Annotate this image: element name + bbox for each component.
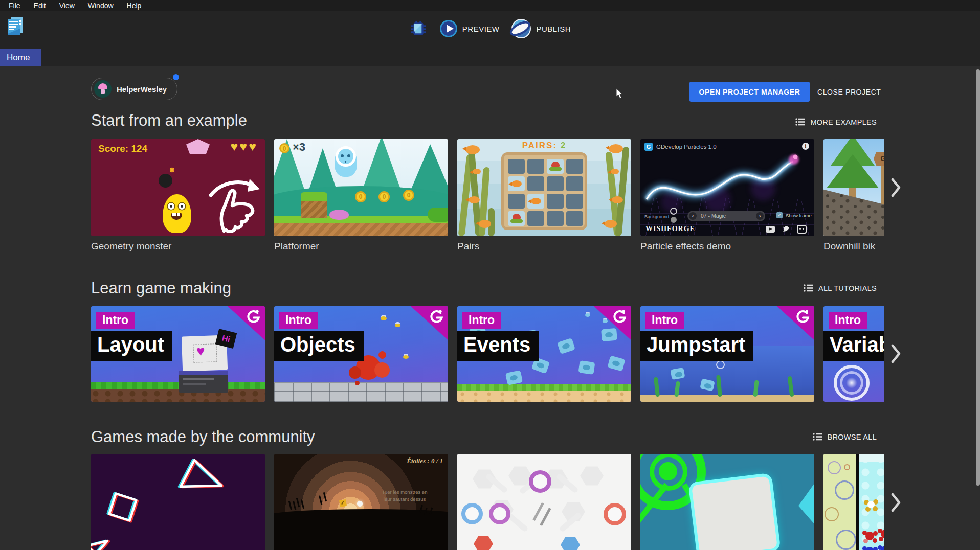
info-icon: i <box>802 143 809 150</box>
list-icon <box>804 284 814 292</box>
pairs-thumbnail: PAIRS: 2 <box>457 139 631 236</box>
community-row: Étoiles : 0 / 1 Tuer les monstres en leu… <box>91 454 884 550</box>
jumpstart-thumbnail: Intro Jumpstart <box>640 306 814 402</box>
slash-mark <box>540 508 551 526</box>
browse-all-button[interactable]: BROWSE ALL <box>813 432 877 441</box>
toolbar-actions: PREVIEW PUBLISH <box>0 15 980 42</box>
card-back <box>527 211 544 226</box>
fish <box>609 144 623 153</box>
platformer-thumbnail: 0 0 0 0 ×3 <box>274 139 448 236</box>
community-next-arrow[interactable] <box>891 493 901 512</box>
trail-sign: G <box>874 152 884 166</box>
card-back <box>547 176 564 191</box>
card-back <box>547 194 564 209</box>
fish <box>465 145 480 154</box>
coin: 0 <box>378 191 390 202</box>
all-tutorials-button[interactable]: ALL TUTORIALS <box>804 284 877 292</box>
intro-tag: Intro <box>279 312 318 329</box>
user-chip[interactable]: HelperWesley <box>91 78 177 100</box>
example-caption: Downhill bik <box>823 241 884 252</box>
blue-hex <box>561 536 580 550</box>
section-title-tutorials: Learn game making <box>91 279 231 297</box>
community-card-neon-shapes[interactable] <box>91 454 265 550</box>
menu-edit[interactable]: Edit <box>27 1 53 11</box>
example-card-geometry-monster[interactable]: Score: 124 ♥♥♥ ✸ <box>91 139 265 252</box>
tutorial-card-events[interactable]: Intro Events <box>457 306 631 402</box>
vertical-scrollbar[interactable] <box>976 69 980 486</box>
pairs-board <box>501 152 587 230</box>
bee <box>381 316 387 320</box>
example-card-particle-effects[interactable]: G GDevelop Particles 1.0 i Background ‹ … <box>640 139 814 252</box>
more-examples-button[interactable]: MORE EXAMPLES <box>795 118 877 126</box>
debugger-icon[interactable] <box>409 19 428 38</box>
card-back <box>508 194 525 209</box>
tutorial-card-variables[interactable]: +1 Intro Variab <box>823 306 884 402</box>
section-title-examples: Start from an example <box>91 111 247 130</box>
example-card-platformer[interactable]: 0 0 0 0 ×3 Platformer <box>274 139 448 252</box>
discord-icon <box>797 225 807 234</box>
splat <box>378 351 386 359</box>
close-project-button[interactable]: CLOSE PROJECT <box>817 82 881 102</box>
community-card-sunset[interactable]: Étoiles : 0 / 1 Tuer les monstres en leu… <box>274 454 448 550</box>
blue-ring <box>461 503 483 524</box>
open-project-manager-button[interactable]: OPEN PROJECT MANAGER <box>689 82 810 102</box>
tab-home[interactable]: Home <box>0 49 41 66</box>
notification-dot <box>173 74 179 80</box>
particle-title: GDevelop Particles 1.0 <box>656 144 717 150</box>
menu-help[interactable]: Help <box>120 1 148 11</box>
tutorials-next-arrow[interactable] <box>891 344 901 363</box>
community-card-molecules[interactable] <box>823 454 884 550</box>
fly <box>603 319 608 323</box>
fish <box>611 169 619 174</box>
card-snail <box>508 211 525 226</box>
coin-counter-icon: 0 <box>279 143 289 153</box>
more-examples-label: MORE EXAMPLES <box>810 118 877 126</box>
teal-rings-thumbnail <box>640 454 814 550</box>
community-card-teal-rings[interactable] <box>640 454 814 550</box>
fish-object <box>505 370 523 385</box>
tutorial-card-jumpstart[interactable]: Intro Jumpstart <box>640 306 814 402</box>
publish-button[interactable]: PUBLISH <box>511 19 571 38</box>
fish <box>605 220 617 228</box>
bomb-spark: ✸ <box>169 166 176 173</box>
wishforge-logo: WISHFORGE <box>645 225 695 233</box>
tutorial-word: Jumpstart <box>640 331 753 361</box>
sunset-thumbnail: Étoiles : 0 / 1 Tuer les monstres en leu… <box>274 454 448 550</box>
menu-window[interactable]: Window <box>81 1 120 11</box>
tutorial-card-layout[interactable]: ♥ Hi Intro Layout <box>91 306 265 402</box>
effect-selector: ‹ › 07 - Magic <box>687 211 765 221</box>
card-back <box>527 176 544 191</box>
tutorial-word: Objects <box>274 331 364 361</box>
bomb <box>159 174 172 188</box>
next-arrow: › <box>756 212 764 220</box>
card-back <box>566 211 583 226</box>
tree-shape <box>827 154 879 188</box>
example-card-downhill[interactable]: G Downhill bik <box>823 139 884 252</box>
community-card-hexagons[interactable] <box>457 454 631 550</box>
coin: 0 <box>355 191 366 202</box>
events-thumbnail: Intro Events <box>457 306 631 402</box>
fly <box>585 313 590 317</box>
example-card-pairs[interactable]: PAIRS: 2 <box>457 139 631 252</box>
splat <box>349 366 361 379</box>
section-title-community: Games made by the community <box>91 428 315 446</box>
menu-view[interactable]: View <box>53 1 81 11</box>
examples-next-arrow[interactable] <box>891 178 901 197</box>
preview-button[interactable]: PREVIEW <box>440 20 500 37</box>
purple-ring <box>489 503 510 524</box>
molecule-red <box>865 532 874 540</box>
card-back <box>566 194 583 209</box>
objects-thumbnail: Intro Objects <box>274 306 448 402</box>
menu-file[interactable]: File <box>2 1 27 11</box>
particle-trail <box>640 148 814 215</box>
gdevelop-window: File Edit View Window Help <box>0 0 980 550</box>
hint-line-2: leur sautant dessus <box>371 496 438 503</box>
ring-glow <box>846 377 857 388</box>
tutorial-card-objects[interactable]: Intro Objects <box>274 306 448 402</box>
hint-line-1: Tuer les monstres en <box>371 489 438 496</box>
twitter-icon <box>782 225 790 233</box>
layout-thumbnail: ♥ Hi Intro Layout <box>91 306 265 402</box>
pairs-label: PAIRS: <box>522 141 557 150</box>
hand-gesture <box>208 176 262 233</box>
browse-all-label: BROWSE ALL <box>828 433 877 441</box>
